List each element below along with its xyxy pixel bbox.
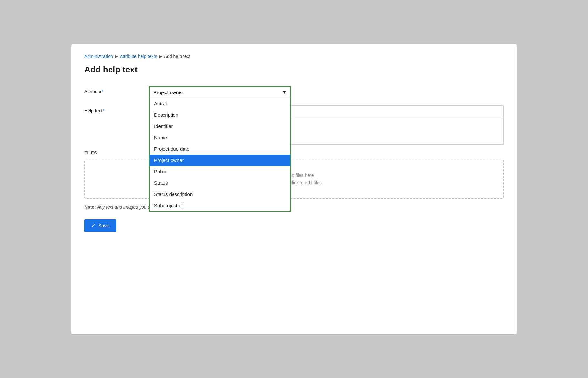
attribute-dropdown-menu: Active Description Identifier Name Proje… <box>149 98 291 212</box>
attribute-field-row: Attribute* Project owner ▼ Active Descri… <box>84 86 504 98</box>
breadcrumb-sep-2: ▶ <box>159 54 162 59</box>
save-button[interactable]: ✓ Save <box>84 219 116 232</box>
breadcrumb-admin-link[interactable]: Administration <box>84 54 113 59</box>
dropdown-item-project-owner[interactable]: Project owner <box>150 155 290 166</box>
dropdown-item-public[interactable]: Public <box>150 166 290 177</box>
attribute-select-trigger[interactable]: Project owner ▼ <box>149 86 291 98</box>
save-label: Save <box>98 223 109 228</box>
checkmark-icon: ✓ <box>91 222 96 229</box>
files-heading: FILES <box>84 150 504 155</box>
help-text-row: Help text* Paragraph B ⊞ ▾ Macros ▾ <box>84 105 504 145</box>
breadcrumb-sep-1: ▶ <box>115 54 118 59</box>
dropdown-item-status[interactable]: Status <box>150 177 290 189</box>
chevron-down-icon: ▼ <box>282 90 287 95</box>
attribute-label: Attribute* <box>84 86 149 94</box>
required-star-help: * <box>103 108 104 113</box>
attribute-selected-value: Project owner <box>153 90 183 95</box>
required-star-attribute: * <box>102 89 103 94</box>
files-section: FILES Drop files here or click to add fi… <box>84 150 504 199</box>
attribute-select-wrapper: Project owner ▼ Active Description Ident… <box>149 86 291 98</box>
page-title: Add help text <box>84 65 504 75</box>
help-text-label: Help text* <box>84 105 149 113</box>
dropdown-item-identifier[interactable]: Identifier <box>150 121 290 132</box>
main-window: Administration ▶ Attribute help texts ▶ … <box>71 44 517 335</box>
breadcrumb: Administration ▶ Attribute help texts ▶ … <box>84 54 504 59</box>
form-section: Attribute* Project owner ▼ Active Descri… <box>84 86 504 232</box>
dropdown-item-subproject-of[interactable]: Subproject of <box>150 200 290 211</box>
dropdown-item-active[interactable]: Active <box>150 98 290 109</box>
note-bold: Note: <box>84 204 96 210</box>
breadcrumb-current: Add help text <box>164 54 191 59</box>
dropdown-item-project-due-date[interactable]: Project due date <box>150 143 290 155</box>
dropdown-item-status-description[interactable]: Status description <box>150 189 290 200</box>
file-drop-zone[interactable]: Drop files here or click to add files <box>84 160 504 199</box>
dropdown-item-description[interactable]: Description <box>150 109 290 121</box>
dropdown-item-name[interactable]: Name <box>150 132 290 143</box>
breadcrumb-attr-link[interactable]: Attribute help texts <box>120 54 157 59</box>
